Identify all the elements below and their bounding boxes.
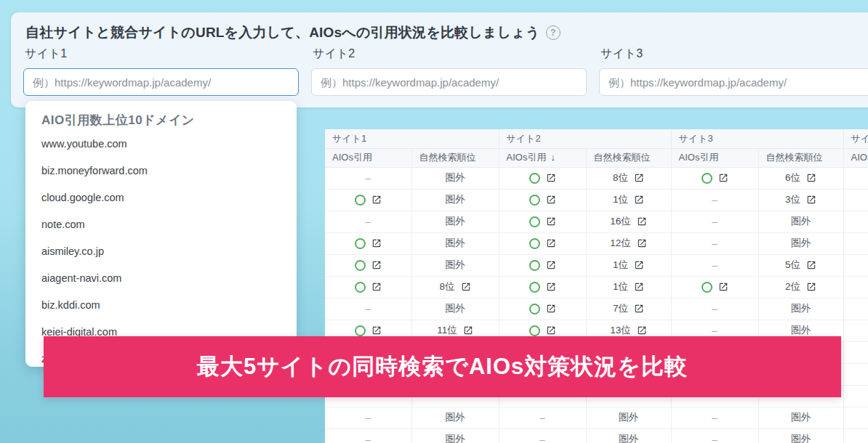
external-link-icon[interactable] bbox=[806, 282, 816, 292]
rank-value: 1位 bbox=[613, 193, 628, 206]
site2-field: サイト2 bbox=[311, 46, 587, 96]
no-citation-dash: – bbox=[539, 434, 545, 443]
external-link-icon[interactable] bbox=[546, 282, 556, 292]
external-link-icon[interactable] bbox=[371, 282, 382, 292]
external-link-icon[interactable] bbox=[371, 195, 382, 205]
external-link-icon[interactable] bbox=[718, 282, 728, 292]
column-header-5[interactable]: 自然検索順位 bbox=[758, 148, 843, 167]
empty-cell bbox=[843, 254, 868, 276]
external-link-icon[interactable] bbox=[806, 173, 816, 183]
group-header-site1: サイト1 bbox=[325, 129, 499, 148]
table-row-0: –圏外8位6位 bbox=[325, 167, 868, 189]
cited-circle-icon bbox=[529, 238, 540, 249]
not-ranked-label: 圏外 bbox=[791, 325, 811, 336]
external-link-icon[interactable] bbox=[546, 173, 556, 183]
external-link-icon[interactable] bbox=[463, 325, 473, 336]
help-icon[interactable]: ? bbox=[546, 25, 560, 40]
promo-banner-text: 最大5サイトの同時検索でAIOs対策状況を比較 bbox=[197, 351, 688, 382]
site1-url-input[interactable] bbox=[23, 68, 299, 96]
external-link-icon[interactable] bbox=[806, 195, 816, 205]
no-citation-dash: – bbox=[365, 412, 371, 423]
not-ranked-label: 圏外 bbox=[446, 194, 465, 205]
site3-field: サイト3 bbox=[599, 46, 868, 96]
column-header-6[interactable]: AIOs引用 bbox=[843, 148, 868, 167]
column-header-2[interactable]: AIOs引用↓ bbox=[499, 148, 586, 167]
no-citation-dash: – bbox=[712, 304, 718, 314]
column-header-3[interactable]: 自然検索順位 bbox=[586, 148, 671, 167]
external-link-icon[interactable] bbox=[546, 195, 556, 205]
table-column-header-row: AIOs引用自然検索順位AIOs引用↓自然検索順位AIOs引用自然検索順位AIO… bbox=[325, 148, 868, 167]
column-header-0[interactable]: AIOs引用 bbox=[325, 148, 411, 167]
site1-label: サイト1 bbox=[25, 46, 299, 62]
table-row-1: 圏外1位–3位 bbox=[325, 189, 868, 211]
table-row-12: –圏外–圏外–圏外 bbox=[325, 428, 868, 443]
group-header-site4: サイト4 bbox=[843, 129, 868, 148]
external-link-icon[interactable] bbox=[461, 282, 471, 292]
domain-dropdown-list: www.youtube.combiz.moneyforward.comcloud… bbox=[25, 130, 297, 367]
empty-cell bbox=[843, 298, 868, 320]
external-link-icon[interactable] bbox=[637, 238, 647, 248]
external-link-icon[interactable] bbox=[718, 173, 728, 183]
no-citation-dash: – bbox=[712, 238, 718, 249]
no-citation-dash: – bbox=[712, 195, 718, 206]
cited-circle-icon bbox=[355, 195, 366, 206]
rank-value: 8位 bbox=[439, 280, 454, 293]
not-ranked-label: 圏外 bbox=[446, 172, 465, 183]
no-citation-dash: – bbox=[712, 325, 718, 336]
external-link-icon[interactable] bbox=[634, 282, 644, 292]
column-header-4[interactable]: AIOs引用 bbox=[671, 148, 758, 167]
external-link-icon[interactable] bbox=[634, 304, 644, 314]
empty-cell bbox=[843, 428, 868, 443]
empty-cell bbox=[843, 276, 868, 298]
not-ranked-label: 圏外 bbox=[791, 303, 811, 314]
cited-circle-icon bbox=[355, 260, 366, 271]
external-link-icon[interactable] bbox=[546, 304, 556, 314]
domain-dropdown-title: AIO引用数上位10ドメイン bbox=[25, 111, 297, 130]
no-citation-dash: – bbox=[539, 412, 545, 423]
external-link-icon[interactable] bbox=[546, 325, 556, 336]
site2-url-input[interactable] bbox=[311, 68, 587, 96]
not-ranked-label: 圏外 bbox=[791, 434, 811, 443]
domain-item-3[interactable]: note.com bbox=[25, 211, 297, 237]
external-link-icon[interactable] bbox=[546, 238, 556, 248]
url-input-card: 自社サイトと競合サイトのURLを入力して、AIOsへの引用状況を比較しましょう … bbox=[11, 12, 868, 107]
domain-item-5[interactable]: aiagent-navi.com bbox=[25, 264, 297, 291]
external-link-icon[interactable] bbox=[371, 238, 382, 248]
external-link-icon[interactable] bbox=[806, 260, 816, 270]
domain-item-6[interactable]: biz.kddi.com bbox=[25, 291, 297, 318]
domain-item-1[interactable]: biz.moneyforward.com bbox=[25, 157, 297, 184]
no-citation-dash: – bbox=[365, 216, 371, 227]
cited-circle-icon bbox=[529, 260, 540, 271]
domain-item-2[interactable]: cloud.google.com bbox=[25, 184, 297, 211]
table-row-3: 圏外12位–圏外 bbox=[325, 232, 868, 254]
empty-cell bbox=[843, 211, 868, 232]
table-row-11: –圏外–圏外–圏外 bbox=[325, 407, 868, 428]
external-link-icon[interactable] bbox=[634, 260, 644, 270]
column-header-1[interactable]: 自然検索順位 bbox=[411, 148, 499, 167]
cited-circle-icon bbox=[529, 173, 540, 184]
site3-url-input[interactable] bbox=[599, 68, 868, 96]
external-link-icon[interactable] bbox=[637, 325, 647, 336]
no-citation-dash: – bbox=[365, 304, 371, 314]
table-row-4: 圏外1位–5位 bbox=[325, 254, 868, 276]
external-link-icon[interactable] bbox=[546, 216, 556, 227]
not-ranked-label: 圏外 bbox=[619, 412, 638, 423]
external-link-icon[interactable] bbox=[637, 216, 647, 227]
external-link-icon[interactable] bbox=[634, 173, 644, 183]
external-link-icon[interactable] bbox=[371, 325, 382, 336]
no-citation-dash: – bbox=[712, 412, 718, 423]
not-ranked-label: 圏外 bbox=[446, 303, 465, 314]
empty-cell bbox=[843, 341, 868, 363]
domain-item-0[interactable]: www.youtube.com bbox=[25, 130, 297, 157]
sort-desc-icon: ↓ bbox=[550, 152, 555, 163]
not-ranked-label: 圏外 bbox=[446, 216, 465, 227]
no-citation-dash: – bbox=[712, 216, 718, 227]
external-link-icon[interactable] bbox=[371, 260, 382, 270]
empty-cell bbox=[843, 167, 868, 189]
empty-cell bbox=[843, 232, 868, 254]
cited-circle-icon bbox=[702, 173, 712, 184]
external-link-icon[interactable] bbox=[634, 195, 644, 205]
not-ranked-label: 圏外 bbox=[791, 237, 811, 248]
external-link-icon[interactable] bbox=[546, 260, 556, 270]
domain-item-4[interactable]: aismiley.co.jp bbox=[25, 237, 297, 264]
